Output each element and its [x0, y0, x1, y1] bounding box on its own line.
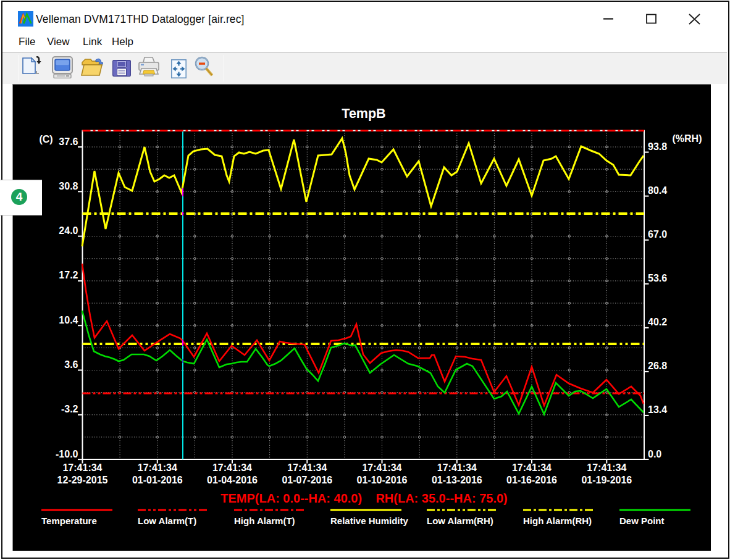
svg-text:01-04-2016: 01-04-2016	[207, 475, 258, 485]
svg-text:01-01-2016: 01-01-2016	[132, 475, 183, 485]
svg-text:30.8: 30.8	[59, 181, 78, 191]
svg-text:12-29-2015: 12-29-2015	[57, 475, 108, 485]
svg-text:Low Alarm(RH): Low Alarm(RH)	[427, 516, 493, 526]
svg-text:High Alarm(T): High Alarm(T)	[234, 516, 295, 526]
svg-text:17:41:34: 17:41:34	[512, 462, 552, 473]
svg-text:Relative Humidity: Relative Humidity	[330, 516, 409, 526]
svg-text:80.4: 80.4	[648, 185, 667, 196]
svg-text:17:41:34: 17:41:34	[62, 462, 102, 473]
svg-text:0.0: 0.0	[648, 449, 661, 459]
svg-text:TempB: TempB	[342, 106, 385, 121]
svg-text:17:41:34: 17:41:34	[587, 462, 626, 473]
svg-text:01-16-2016: 01-16-2016	[506, 475, 557, 485]
svg-text:01-10-2016: 01-10-2016	[357, 475, 408, 485]
svg-text:Dew Point: Dew Point	[619, 516, 665, 526]
svg-text:53.6: 53.6	[648, 273, 667, 283]
svg-text:-3.2: -3.2	[61, 404, 78, 414]
svg-text:17:41:34: 17:41:34	[362, 462, 401, 473]
svg-text:(C): (C)	[39, 134, 52, 144]
svg-text:17:41:34: 17:41:34	[212, 462, 252, 473]
svg-text:01-19-2016: 01-19-2016	[581, 475, 632, 485]
svg-text:26.8: 26.8	[648, 361, 667, 371]
svg-text:10.4: 10.4	[59, 315, 78, 325]
svg-text:(%RH): (%RH)	[673, 133, 702, 144]
svg-text:Low Alarm(T): Low Alarm(T)	[138, 516, 196, 526]
svg-text:17:41:34: 17:41:34	[287, 462, 327, 473]
svg-text:High Alarm(RH): High Alarm(RH)	[523, 516, 592, 526]
svg-text:37.6: 37.6	[59, 136, 78, 147]
svg-text:17:41:34: 17:41:34	[437, 462, 477, 473]
svg-text:TEMP(LA: 0.0--HA: 40.0) RH(: TEMP(LA: 0.0--HA: 40.0) RH(LA: 35.0--HA:…	[220, 491, 508, 505]
svg-text:17:41:34: 17:41:34	[138, 462, 177, 473]
svg-text:01-13-2016: 01-13-2016	[432, 475, 482, 485]
svg-text:3.6: 3.6	[64, 359, 78, 370]
svg-text:67.0: 67.0	[648, 229, 667, 240]
svg-text:-10.0: -10.0	[56, 449, 78, 459]
svg-text:93.8: 93.8	[648, 141, 667, 152]
svg-text:01-07-2016: 01-07-2016	[282, 475, 332, 485]
svg-text:13.4: 13.4	[648, 404, 667, 415]
svg-text:17.2: 17.2	[59, 270, 78, 280]
svg-text:40.2: 40.2	[648, 317, 667, 327]
svg-text:Temperature: Temperature	[41, 516, 97, 526]
svg-text:24.0: 24.0	[59, 225, 78, 236]
